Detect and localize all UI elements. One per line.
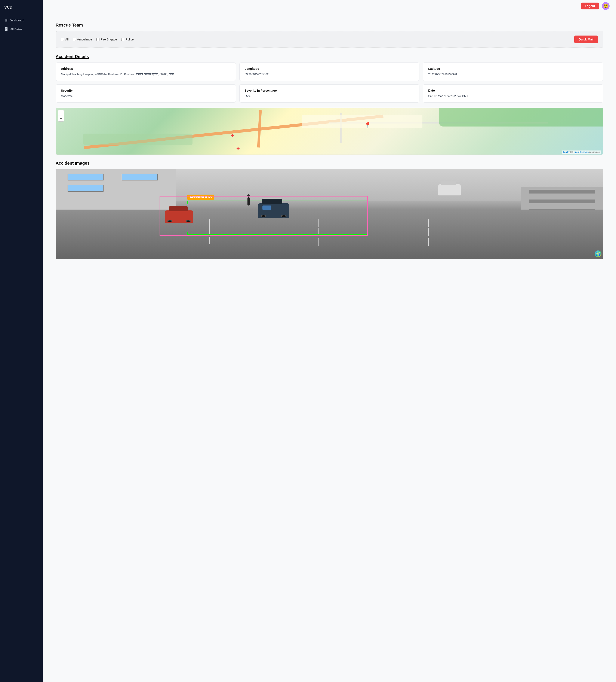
checkbox-all-input[interactable] bbox=[61, 38, 64, 41]
logout-button[interactable]: Logout bbox=[581, 3, 599, 9]
longitude-card: Longitude 83.9960459255522 bbox=[239, 63, 420, 81]
car-white bbox=[438, 184, 461, 196]
latitude-value: 28.2367582999999998 bbox=[428, 72, 598, 76]
road-scene: Accident 0.65 🌍 bbox=[55, 169, 603, 259]
wheel-rr bbox=[186, 220, 191, 222]
wheel-rl bbox=[167, 220, 172, 222]
map-zoom-controls: + − bbox=[58, 110, 64, 121]
date-label: Date bbox=[428, 89, 598, 92]
building-left bbox=[55, 169, 176, 214]
rescue-team-section: All Ambulance Fire Brigade Police Quick … bbox=[55, 31, 603, 48]
map-container[interactable]: 📍 ✚ ✚ + − Leaflet | © OpenStreetMap cont… bbox=[55, 108, 603, 155]
accident-images-title: Accident Images bbox=[55, 161, 603, 166]
sidebar-item-label: Dashboard bbox=[9, 19, 24, 22]
accident-details-section: Accident Details Address Manipal Teachin… bbox=[55, 54, 603, 103]
latitude-label: Latitude bbox=[428, 67, 598, 70]
green-patch-1 bbox=[439, 108, 603, 127]
accident-images-section: Accident Images bbox=[55, 161, 603, 259]
person-head bbox=[247, 195, 250, 197]
map-cross-1: ✚ bbox=[231, 134, 234, 138]
longitude-value: 83.9960459255522 bbox=[245, 72, 414, 76]
map-attribution: Leaflet | © OpenStreetMap contributors bbox=[562, 151, 601, 154]
sidebar-nav: ⊞ Dashboard 🗄 All Datas bbox=[0, 14, 43, 36]
dash-6 bbox=[318, 238, 319, 246]
severity-card: Severity Moderate bbox=[55, 84, 236, 103]
severity-label: Severity bbox=[61, 89, 231, 92]
barrier-bar-2 bbox=[529, 200, 595, 203]
database-icon: 🗄 bbox=[5, 27, 8, 31]
severity-percentage-card: Severity In Percentage 65 % bbox=[239, 84, 420, 103]
road-surface bbox=[55, 209, 603, 259]
person-figure bbox=[247, 195, 250, 205]
severity-percentage-value: 65 % bbox=[245, 94, 414, 98]
car-dark-top bbox=[262, 199, 282, 204]
rescue-team-title: Rescue Team bbox=[55, 23, 603, 28]
person-body bbox=[247, 197, 250, 205]
globe-icon: 🌍 bbox=[595, 250, 601, 257]
date-card: Date Sat, 02 Mar 2024 23:23:47 GMT bbox=[423, 84, 603, 103]
wheel-dl bbox=[261, 215, 266, 218]
dashboard-icon: ⊞ bbox=[5, 18, 7, 22]
content-area: Rescue Team All Ambulance Fire Brigade P… bbox=[51, 18, 608, 270]
top-header: Logout 😵 bbox=[43, 0, 616, 12]
dash-4 bbox=[318, 220, 319, 227]
dash-9 bbox=[428, 238, 429, 246]
longitude-label: Longitude bbox=[245, 67, 414, 70]
checkbox-fire-brigade-input[interactable] bbox=[96, 38, 99, 41]
map-marker: 📍 bbox=[364, 122, 372, 129]
checkbox-ambulance-input[interactable] bbox=[73, 38, 76, 41]
window-3 bbox=[68, 185, 103, 192]
latitude-card: Latitude 28.2367582999999998 bbox=[423, 63, 603, 81]
map-zoom-out-button[interactable]: − bbox=[58, 116, 64, 121]
checkbox-ambulance[interactable]: Ambulance bbox=[73, 38, 92, 41]
checkbox-police[interactable]: Police bbox=[121, 38, 134, 41]
quick-mail-button[interactable]: Quick Mail bbox=[574, 36, 598, 43]
window-1 bbox=[68, 174, 103, 180]
app-logo: VCD bbox=[0, 0, 43, 14]
map-cross-2: ✚ bbox=[236, 146, 240, 151]
accident-details-title: Accident Details bbox=[55, 54, 603, 59]
checkbox-fire-brigade[interactable]: Fire Brigade bbox=[96, 38, 117, 41]
dash-8 bbox=[428, 228, 429, 236]
details-grid-bottom: Severity Moderate Severity In Percentage… bbox=[55, 84, 603, 103]
address-value: Manipal Teaching Hospital, 40DR014, Pokh… bbox=[61, 72, 231, 76]
map-background: 📍 ✚ ✚ bbox=[56, 108, 603, 155]
dash-2 bbox=[209, 227, 210, 234]
barrier-bar-1 bbox=[529, 190, 595, 194]
avatar: 😵 bbox=[602, 2, 610, 10]
address-label: Address bbox=[61, 67, 231, 70]
map-zoom-in-button[interactable]: + bbox=[58, 110, 64, 116]
window-2 bbox=[122, 174, 158, 180]
accident-image-container: Accident 0.65 🌍 bbox=[55, 169, 603, 259]
severity-value: Moderate bbox=[61, 94, 231, 98]
campus-area bbox=[302, 115, 422, 128]
car-red bbox=[165, 210, 193, 223]
wheel-dr bbox=[281, 215, 287, 218]
corner-tl bbox=[187, 201, 190, 204]
rescue-checkboxes: All Ambulance Fire Brigade Police bbox=[61, 38, 134, 41]
osm-link[interactable]: OpenStreetMap bbox=[573, 151, 589, 153]
car-red-top bbox=[169, 206, 188, 211]
sidebar: VCD ⊞ Dashboard 🗄 All Datas bbox=[0, 0, 43, 682]
car-dark-window bbox=[262, 205, 271, 210]
sidebar-item-alldatas[interactable]: 🗄 All Datas bbox=[2, 25, 41, 33]
date-value: Sat, 02 Mar 2024 23:23:47 GMT bbox=[428, 94, 598, 98]
dash-7 bbox=[428, 220, 429, 227]
car-dark bbox=[258, 203, 289, 218]
checkbox-all[interactable]: All bbox=[61, 38, 69, 41]
main-content: Logout 😵 Rescue Team All Ambulance Fire … bbox=[43, 0, 616, 682]
details-grid-top: Address Manipal Teaching Hospital, 40DR0… bbox=[55, 63, 603, 81]
car-white-top bbox=[441, 181, 456, 185]
map-placeholder: 📍 ✚ ✚ + − Leaflet | © OpenStreetMap cont… bbox=[56, 108, 603, 155]
address-card: Address Manipal Teaching Hospital, 40DR0… bbox=[55, 63, 236, 81]
dash-1 bbox=[209, 220, 210, 227]
green-patch-2 bbox=[83, 134, 193, 145]
leaflet-link[interactable]: Leaflet bbox=[563, 151, 570, 153]
sidebar-item-label: All Datas bbox=[10, 28, 22, 31]
corner-tr bbox=[365, 201, 368, 204]
checkbox-police-input[interactable] bbox=[121, 38, 124, 41]
dash-5 bbox=[318, 228, 319, 236]
sidebar-item-dashboard[interactable]: ⊞ Dashboard bbox=[2, 16, 41, 24]
severity-percentage-label: Severity In Percentage bbox=[245, 89, 414, 92]
dash-3 bbox=[209, 237, 210, 244]
